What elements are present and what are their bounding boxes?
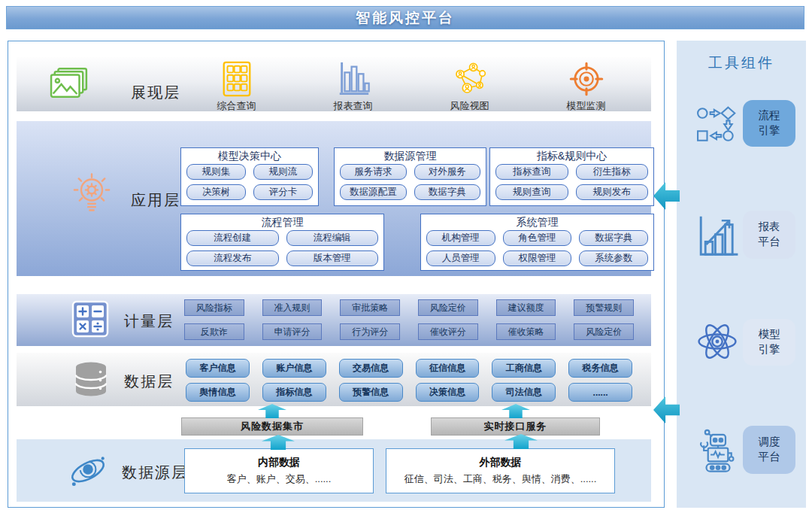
- group-title: 数据源管理: [340, 150, 480, 162]
- photos-icon: [50, 67, 89, 102]
- group-title: 系统管理: [426, 216, 648, 229]
- tool-button-model-engine: 模型引擎: [743, 319, 795, 366]
- measurement-layer-label: 计量层: [124, 311, 174, 332]
- group-process-management: 流程管理 流程创建 流程编辑 流程发布 版本管理: [180, 214, 384, 271]
- tool-button-schedule-platform: 调度平台: [743, 426, 795, 474]
- group-items: 机构管理 角色管理 数据字典 人员管理 权限管理 系统参数: [426, 230, 648, 266]
- tool-button-label: 模型引擎: [758, 327, 780, 357]
- app-chip: 机构管理: [426, 230, 495, 246]
- external-data-title: 外部数据: [480, 456, 522, 469]
- risk-platform-diagram: 智能风控平台 展现层: [0, 0, 812, 513]
- tool-components-title: 工具组件: [677, 53, 806, 73]
- app-chip: 服务请求: [340, 164, 407, 180]
- app-chip: 规则查询: [495, 184, 568, 200]
- app-chip: 规则流: [253, 164, 313, 180]
- measure-chip: 反欺诈: [184, 323, 244, 340]
- platform-title: 智能风控平台: [356, 8, 455, 28]
- flowchart-icon: [696, 105, 740, 143]
- app-chip: 数据字典: [414, 184, 481, 200]
- data-pill: 指标信息: [262, 383, 326, 402]
- data-pill: 预警信息: [339, 383, 403, 402]
- external-data-box: 外部数据 征信、司法、工商、税务、舆情、消费、......: [386, 448, 615, 493]
- bulb-gear-icon: [71, 171, 113, 219]
- measure-chip: 风险定价: [418, 299, 478, 316]
- app-chip: 人员管理: [426, 250, 495, 266]
- app-chip: 衍生指标: [576, 164, 649, 180]
- barchart-icon: [336, 61, 371, 97]
- report-chart-icon: [695, 213, 741, 258]
- presentation-item-label: 风险视图: [450, 99, 489, 113]
- data-pill: 账户信息: [262, 359, 326, 378]
- measure-chip: 预警规则: [574, 299, 634, 316]
- presentation-item: 综合查询: [195, 61, 278, 113]
- measure-chip: 行为评分: [340, 323, 400, 340]
- app-chip: 评分卡: [253, 184, 313, 200]
- data-layer-label: 数据层: [124, 372, 174, 392]
- presentation-layer-band: 展现层 综合查询: [17, 57, 651, 111]
- realtime-interface-bar: 实时接口服务: [431, 417, 600, 436]
- presentation-item-label: 综合查询: [217, 99, 256, 113]
- group-title: 模型决策中心: [186, 150, 313, 162]
- data-pill: 征信信息: [416, 359, 480, 378]
- measure-chip: 准入规则: [262, 299, 323, 316]
- group-title: 流程管理: [186, 216, 378, 229]
- app-chip: 版本管理: [286, 250, 379, 266]
- presentation-items: 综合查询 报表查询: [178, 61, 644, 113]
- data-pill: 舆情信息: [186, 383, 250, 402]
- app-chip: 权限管理: [503, 250, 572, 266]
- measurement-layer-band: 计量层 风险指标 准入规则 审批策略 风险定价 建议额度 预警规则 反欺诈 申请…: [17, 294, 651, 346]
- robot-icon: [696, 427, 740, 474]
- presentation-item-label: 模型监测: [567, 99, 606, 113]
- measure-chip: 催收评分: [418, 323, 478, 340]
- measurement-items: 风险指标 准入规则 审批策略 风险定价 建议额度 预警规则 反欺诈 申请评分 行…: [184, 299, 634, 340]
- network-icon: [452, 61, 488, 97]
- data-pill: ......: [568, 383, 632, 402]
- app-chip: 流程编辑: [286, 230, 379, 246]
- data-pill: 税务信息: [568, 359, 632, 378]
- risk-data-mart-bar: 风险数据集市: [181, 417, 363, 436]
- group-model-decision-center: 模型决策中心 规则集 规则流 决策树 评分卡: [180, 147, 319, 206]
- presentation-item: 模型监测: [545, 61, 628, 113]
- target-icon: [569, 61, 604, 97]
- tool-button-label: 报表平台: [758, 220, 780, 249]
- platform-title-banner: 智能风控平台: [6, 6, 804, 29]
- application-layer-band: 应用层 模型决策中心 规则集 规则流 决策树 评分卡 数据源管理 服务请求 对外…: [17, 121, 651, 276]
- measure-chip: 建议额度: [496, 299, 556, 316]
- data-pill: 决策信息: [416, 383, 480, 402]
- group-datasource-management: 数据源管理 服务请求 对外服务 数据源配置 数据字典: [334, 147, 486, 206]
- group-items: 规则集 规则流 决策树 评分卡: [186, 164, 313, 200]
- app-chip: 角色管理: [503, 230, 572, 246]
- tool-components-panel: 工具组件 流程引擎: [677, 41, 806, 508]
- app-chip: 规则集: [186, 164, 246, 180]
- data-items: 客户信息 账户信息 交易信息 征信信息 工商信息 税务信息 舆情信息 指标信息 …: [186, 359, 632, 402]
- app-chip: 对外服务: [414, 164, 481, 180]
- measure-chip: 风险指标: [184, 299, 244, 316]
- presentation-item: 风险视图: [429, 61, 511, 113]
- app-chip: 规则发布: [576, 184, 649, 200]
- grid-icon: [220, 61, 254, 97]
- group-items: 流程创建 流程编辑 流程发布 版本管理: [186, 230, 378, 266]
- presentation-layer-label: 展现层: [131, 83, 180, 103]
- presentation-item-label: 报表查询: [334, 99, 373, 113]
- internal-data-title: 内部数据: [258, 456, 300, 469]
- data-layer-band: 数据层 客户信息 账户信息 交易信息 征信信息 工商信息 税务信息 舆情信息 指…: [17, 353, 651, 406]
- group-indicator-rule-center: 指标&规则中心 指标查询 衍生指标 规则查询 规则发布: [489, 147, 654, 206]
- galaxy-icon: [66, 450, 110, 492]
- measure-chip: 催收策略: [496, 323, 556, 340]
- app-chip: 数据字典: [579, 230, 648, 246]
- data-source-layer-label: 数据源层: [122, 463, 188, 483]
- measure-chip: 审批策略: [340, 299, 400, 316]
- data-pill: 客户信息: [186, 359, 250, 378]
- presentation-item: 报表查询: [312, 61, 395, 113]
- calculator-icon: [71, 300, 109, 338]
- tool-button-label: 调度平台: [758, 435, 780, 464]
- atom-icon: [695, 318, 740, 365]
- group-system-management: 系统管理 机构管理 角色管理 数据字典 人员管理 权限管理 系统参数: [420, 214, 654, 271]
- data-pill: 司法信息: [492, 383, 556, 402]
- group-items: 服务请求 对外服务 数据源配置 数据字典: [340, 164, 480, 200]
- data-pill: 工商信息: [492, 359, 556, 378]
- internal-data-box: 内部数据 客户、账户、交易、......: [184, 448, 374, 493]
- database-icon: [71, 360, 111, 396]
- group-items: 指标查询 衍生指标 规则查询 规则发布: [495, 164, 648, 200]
- data-pill: 交易信息: [339, 359, 403, 378]
